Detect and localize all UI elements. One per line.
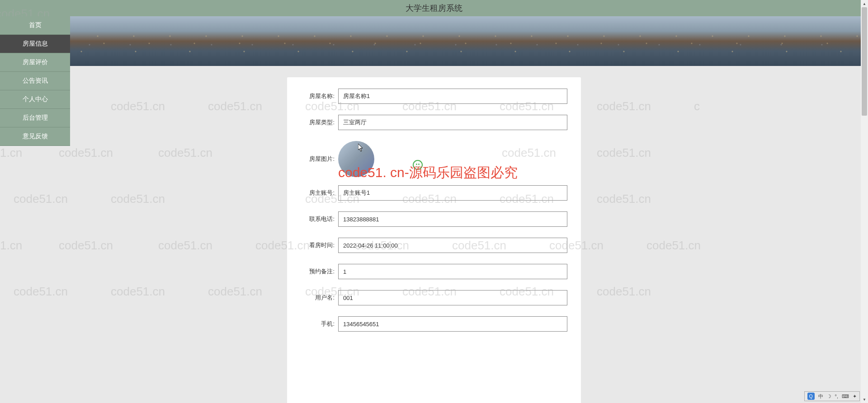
app-title: 大学生租房系统 (406, 3, 462, 14)
username-input[interactable] (338, 290, 567, 305)
form-row-username: 用户名: (301, 290, 567, 305)
ime-punct-icon[interactable]: °, (835, 394, 838, 399)
form-card: 房屋名称: 房屋类型: 房屋图片: code51. cn-源码乐园盗图必究 房主… (287, 77, 581, 403)
form-row-reservation-note: 预约备注: (301, 264, 567, 279)
sidebar-item-announcement[interactable]: 公告资讯 (0, 72, 70, 90)
sidebar-label: 个人中心 (23, 95, 48, 103)
ime-toolbar[interactable]: Q 中 ☽ °, ⌨ ✦ (804, 391, 860, 401)
sidebar-item-feedback[interactable]: 意见反馈 (0, 127, 70, 146)
success-smile-icon (413, 160, 423, 170)
viewing-time-input[interactable] (338, 238, 567, 253)
house-type-input[interactable] (338, 115, 567, 130)
ime-moon-icon[interactable]: ☽ (827, 394, 831, 399)
scrollbar-up-arrow[interactable]: ▲ (861, 0, 868, 7)
scrollbar-down-arrow[interactable]: ▼ (861, 396, 868, 403)
form-row-viewing-time: 看房时间: (301, 238, 567, 253)
form-label: 联系电话: (301, 215, 335, 223)
scrollbar-thumb[interactable] (862, 7, 867, 116)
house-image-thumbnail[interactable] (338, 141, 374, 177)
sidebar-label: 后台管理 (23, 114, 48, 121)
app-header: 大学生租房系统 (0, 0, 868, 16)
banner-image (0, 16, 868, 66)
owner-account-input[interactable] (338, 185, 567, 201)
form-row-phone: 手机: (301, 316, 567, 332)
ime-logo-icon[interactable]: Q (807, 393, 815, 400)
phone-input[interactable] (338, 316, 567, 332)
house-name-input[interactable] (338, 89, 567, 104)
sidebar-label: 首页 (29, 21, 42, 28)
main-content: 房屋名称: 房屋类型: 房屋图片: code51. cn-源码乐园盗图必究 房主… (0, 66, 868, 403)
sidebar-item-house-review[interactable]: 房屋评价 (0, 53, 70, 72)
ime-lang-label[interactable]: 中 (818, 393, 823, 400)
form-row-house-type: 房屋类型: (301, 115, 567, 130)
reservation-note-input[interactable] (338, 264, 567, 279)
form-label: 房屋类型: (301, 118, 335, 127)
form-label: 房屋图片: (301, 155, 335, 163)
vertical-scrollbar[interactable]: ▲ ▼ (861, 0, 868, 403)
image-area: code51. cn-源码乐园盗图必究 (338, 141, 567, 177)
sidebar-label: 房屋评价 (23, 58, 48, 66)
form-label: 看房时间: (301, 241, 335, 249)
sidebar-item-home[interactable]: 首页 (0, 16, 70, 35)
ime-keyboard-icon[interactable]: ⌨ (842, 394, 849, 399)
form-label: 房屋名称: (301, 92, 335, 100)
form-row-house-name: 房屋名称: (301, 89, 567, 104)
form-row-contact-phone: 联系电话: (301, 211, 567, 227)
sidebar-item-house-info[interactable]: 房屋信息 (0, 35, 70, 53)
form-label: 房主账号: (301, 189, 335, 197)
form-row-house-image: 房屋图片: code51. cn-源码乐园盗图必究 (301, 141, 567, 177)
form-label: 用户名: (301, 294, 335, 302)
sidebar: 首页 房屋信息 房屋评价 公告资讯 个人中心 后台管理 意见反馈 (0, 16, 70, 146)
contact-phone-input[interactable] (338, 211, 567, 227)
sidebar-item-admin[interactable]: 后台管理 (0, 109, 70, 127)
form-row-owner-account: 房主账号: (301, 185, 567, 201)
sidebar-label: 意见反馈 (23, 132, 48, 140)
form-label: 手机: (301, 320, 335, 328)
sidebar-item-personal[interactable]: 个人中心 (0, 90, 70, 109)
sidebar-label: 公告资讯 (23, 77, 48, 84)
sidebar-label: 房屋信息 (23, 40, 48, 47)
form-label: 预约备注: (301, 267, 335, 276)
ime-settings-icon[interactable]: ✦ (853, 394, 857, 399)
